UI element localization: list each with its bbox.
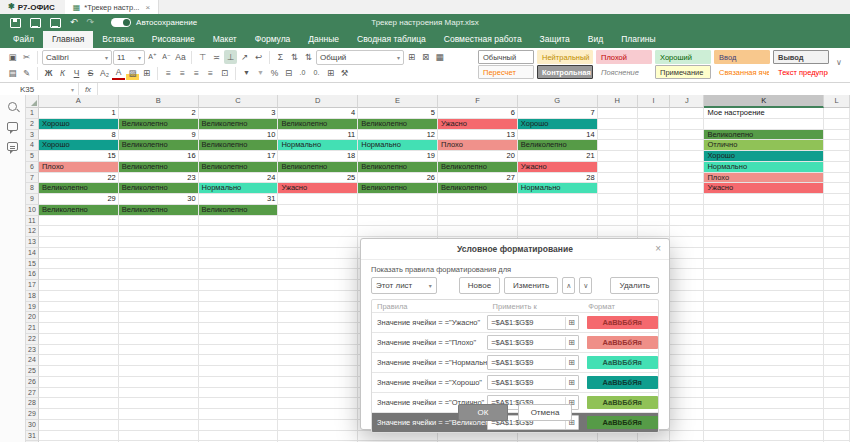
grid-cell[interactable]: 26	[358, 173, 438, 184]
grid-cell[interactable]: Ужасно	[518, 162, 598, 173]
grid-cell[interactable]	[824, 366, 850, 377]
grid-cell[interactable]	[670, 130, 704, 141]
grid-cell[interactable]: Плохо	[704, 173, 824, 184]
font-size-select[interactable]: 11▾	[113, 50, 145, 65]
row-header-9[interactable]: 9	[26, 194, 39, 205]
grid-cell[interactable]	[39, 259, 119, 270]
grid-cell[interactable]	[824, 269, 850, 280]
grid-cell[interactable]: 1	[39, 108, 119, 119]
column-header-E[interactable]: E	[358, 95, 438, 108]
grid-cell[interactable]	[199, 302, 279, 313]
cell-style-Плохой[interactable]: Плохой	[596, 50, 652, 64]
grid-cell[interactable]	[704, 377, 824, 388]
grid-cell[interactable]	[39, 398, 119, 409]
grid-cell[interactable]	[278, 312, 358, 323]
grid-cell[interactable]: Нормально	[518, 183, 598, 194]
grid-cell[interactable]: 12	[358, 130, 438, 141]
grid-cell[interactable]: Ужасно	[438, 119, 518, 130]
row-header-27[interactable]: 27	[26, 388, 39, 399]
grid-cell[interactable]	[518, 194, 598, 205]
row-header-15[interactable]: 15	[26, 259, 39, 270]
grid-cell[interactable]	[670, 194, 704, 205]
cell-style-Хороший[interactable]: Хороший	[655, 50, 711, 64]
grid-cell[interactable]: 24	[199, 173, 279, 184]
grid-cell[interactable]	[824, 291, 850, 302]
row-header-23[interactable]: 23	[26, 345, 39, 356]
grid-cell[interactable]	[119, 377, 199, 388]
grid-cell[interactable]	[704, 345, 824, 356]
grid-cell[interactable]: 25	[278, 173, 358, 184]
format-painter-icon[interactable]: ✎	[20, 66, 33, 80]
search-icon[interactable]	[8, 102, 17, 111]
grid-cell[interactable]	[824, 388, 850, 399]
grid-cell[interactable]	[358, 216, 438, 227]
delete-rule-button[interactable]: Удалить	[610, 277, 659, 294]
grid-cell[interactable]	[670, 226, 704, 237]
tools-icon[interactable]: ⚒	[338, 66, 351, 80]
grid-cell[interactable]	[278, 259, 358, 270]
grid-cell[interactable]	[39, 280, 119, 291]
row-header-22[interactable]: 22	[26, 334, 39, 345]
grid-cell[interactable]	[704, 388, 824, 399]
grid-cell[interactable]	[199, 216, 279, 227]
grid-cell[interactable]: 3	[199, 108, 279, 119]
menu-tab-Формула[interactable]: Формула	[246, 31, 300, 48]
grid-cell[interactable]	[638, 205, 671, 216]
grid-cell[interactable]	[199, 345, 279, 356]
grid-cell[interactable]	[638, 162, 671, 173]
cell-style-Текст предупре[interactable]: Текст предупре	[773, 65, 829, 79]
grid-cell[interactable]	[638, 119, 671, 130]
grid-cell[interactable]	[704, 194, 824, 205]
grid-cell[interactable]	[119, 259, 199, 270]
cell-style-Обычный[interactable]: Обычный	[478, 50, 534, 64]
rule-range-field[interactable]: =$A$1:$G$9⊞	[487, 315, 578, 330]
grid-cell[interactable]	[278, 420, 358, 431]
grid-cell[interactable]: 27	[438, 173, 518, 184]
menu-tab-Сводная таблица[interactable]: Сводная таблица	[348, 31, 435, 48]
grid-cell[interactable]	[670, 355, 704, 366]
grid-cell[interactable]	[199, 226, 279, 237]
cut-icon[interactable]: ✂	[20, 50, 33, 64]
grid-cell[interactable]	[119, 398, 199, 409]
grid-cell[interactable]: Нормально	[358, 140, 438, 151]
grid-cell[interactable]	[119, 237, 199, 248]
grid-cell[interactable]	[704, 280, 824, 291]
grid-cell[interactable]	[638, 108, 671, 119]
grid-cell[interactable]	[638, 140, 671, 151]
bold-icon[interactable]: Ж	[42, 66, 55, 80]
grid-cell[interactable]	[598, 216, 638, 227]
select-range-icon[interactable]: ⊞	[565, 357, 578, 369]
grid-cell[interactable]	[278, 237, 358, 248]
grid-cell[interactable]	[824, 355, 850, 366]
autosum-icon[interactable]: Σ	[274, 50, 287, 64]
grid-cell[interactable]: Плохо	[39, 162, 119, 173]
ok-button[interactable]: ОК	[458, 404, 508, 421]
grid-cell[interactable]: 28	[518, 173, 598, 184]
subscript-icon[interactable]: A₂	[98, 66, 111, 80]
grid-cell[interactable]	[119, 269, 199, 280]
grid-cell[interactable]	[39, 291, 119, 302]
grid-cell[interactable]	[704, 334, 824, 345]
grid-cell[interactable]: Великолепно	[119, 119, 199, 130]
grid-cell[interactable]	[704, 259, 824, 270]
row-header-31[interactable]: 31	[26, 431, 39, 442]
cell-style-Ввод[interactable]: Ввод	[714, 50, 770, 64]
grid-cell[interactable]: 5	[358, 108, 438, 119]
grid-cell[interactable]	[670, 388, 704, 399]
column-header-G[interactable]: G	[518, 95, 598, 108]
italic-icon[interactable]: К	[56, 66, 69, 80]
grid-cell[interactable]	[824, 226, 850, 237]
document-tab[interactable]: ▦ *Трекер настр... ×	[65, 0, 159, 14]
grid-cell[interactable]	[824, 140, 850, 151]
tab-close-icon[interactable]: ×	[145, 3, 150, 12]
grid-cell[interactable]: Нормально	[278, 140, 358, 151]
grid-cell[interactable]	[119, 302, 199, 313]
grid-cell[interactable]	[670, 280, 704, 291]
grid-cell[interactable]: Мое настроение	[704, 108, 824, 119]
grid-cell[interactable]	[199, 269, 279, 280]
grid-cell[interactable]	[824, 119, 850, 130]
filter-icon[interactable]: ▼	[240, 66, 253, 80]
grid-cell[interactable]	[119, 312, 199, 323]
grid-cell[interactable]	[824, 420, 850, 431]
grid-cell[interactable]: Великолепно	[704, 130, 824, 141]
